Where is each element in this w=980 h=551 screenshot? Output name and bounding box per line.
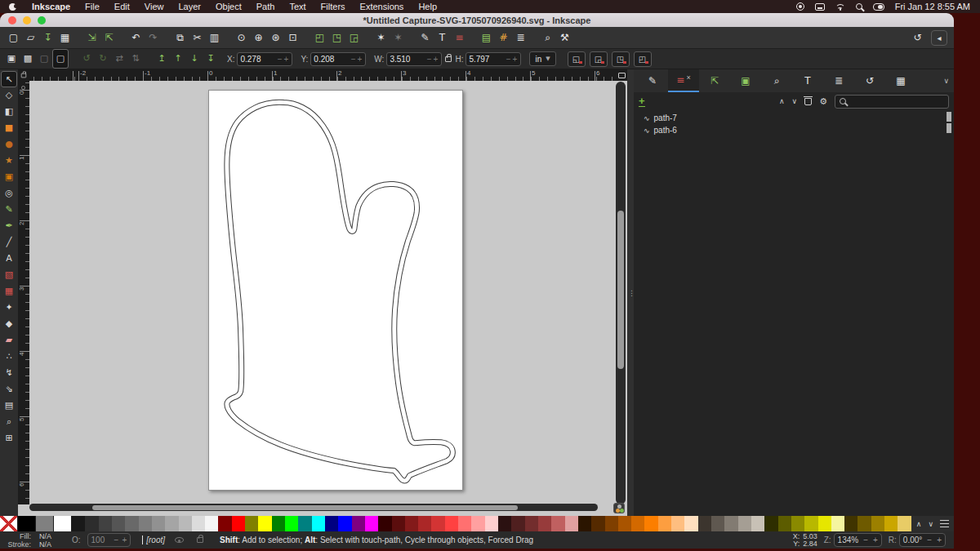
move-down-button[interactable]: ∨ xyxy=(792,97,798,105)
horizontal-scrollbar-thumb[interactable] xyxy=(92,505,518,510)
tool-measure[interactable]: ▤ xyxy=(1,398,17,414)
opacity-increment-button[interactable]: + xyxy=(122,535,127,544)
tool-eraser[interactable]: ▰ xyxy=(1,332,17,349)
x-field[interactable]: 0.278 − + xyxy=(237,52,292,66)
menu-help[interactable]: Help xyxy=(411,0,444,13)
palette-swatch[interactable] xyxy=(338,516,351,531)
menu-object[interactable]: Object xyxy=(208,0,249,13)
vertical-ruler[interactable]: 0123456 xyxy=(18,81,29,504)
h-increment-button[interactable]: + xyxy=(512,55,519,64)
stroke-to-path-button[interactable]: ✶ xyxy=(390,27,407,48)
w-increment-button[interactable]: + xyxy=(433,55,439,64)
control-center-icon[interactable] xyxy=(873,3,884,11)
palette-swatch[interactable] xyxy=(644,516,657,531)
user-menu-icon[interactable] xyxy=(796,2,804,11)
tool-spiral[interactable]: ◎ xyxy=(1,185,17,202)
zoom-decrement-button[interactable]: − xyxy=(863,535,868,544)
transform-gradient-toggle[interactable]: ◳ xyxy=(612,51,630,67)
redo-button[interactable]: ↷ xyxy=(145,27,162,48)
palette-swatch[interactable] xyxy=(125,516,138,531)
horizontal-ruler[interactable]: -2-10123456 xyxy=(29,69,616,81)
palette-swatch[interactable] xyxy=(152,516,165,531)
opacity-decrement-button[interactable]: − xyxy=(114,535,119,544)
swatch-white[interactable] xyxy=(54,516,72,531)
paste-button[interactable]: ▥ xyxy=(206,27,223,48)
tab-text-font[interactable]: T × xyxy=(792,69,823,92)
import-button[interactable]: ⇲ xyxy=(83,27,100,48)
quick-zoom-button[interactable] xyxy=(616,69,627,81)
palette-swatch[interactable] xyxy=(884,516,898,531)
tool-ellipse[interactable]: ● xyxy=(1,136,17,153)
palette-swatch[interactable] xyxy=(245,516,258,531)
delete-object-button[interactable] xyxy=(804,98,812,105)
palette-swatch[interactable] xyxy=(818,516,831,531)
flip-horizontal-button[interactable]: ⇄ xyxy=(111,50,127,68)
palette-swatch[interactable] xyxy=(285,516,298,531)
scale-stroke-toggle[interactable]: ◱ xyxy=(568,51,586,67)
move-up-button[interactable]: ∧ xyxy=(779,97,785,105)
object-row-path-7[interactable]: ∿ path-7 xyxy=(634,112,946,124)
tool-connector[interactable]: ⇘ xyxy=(1,381,17,398)
palette-swatch[interactable] xyxy=(525,516,538,531)
palette-scroll-down-icon[interactable]: ∨ xyxy=(928,520,933,528)
palette-swatch[interactable] xyxy=(778,516,791,531)
palette-swatch[interactable] xyxy=(99,516,112,531)
deselect-button[interactable]: ▢ xyxy=(36,50,52,68)
tool-tweak[interactable]: ↯ xyxy=(1,365,17,381)
swatch-black[interactable] xyxy=(18,516,36,531)
w-decrement-button[interactable]: − xyxy=(426,55,433,64)
tool-paint-bucket[interactable]: ◆ xyxy=(1,316,17,332)
tool-gradient[interactable]: ▧ xyxy=(1,267,17,283)
palette-swatch[interactable] xyxy=(498,516,511,531)
document-properties-button[interactable]: ▤ xyxy=(478,27,495,48)
units-dropdown[interactable]: in ▼ xyxy=(529,51,555,66)
tool-zoom[interactable]: ⌕ xyxy=(1,414,17,430)
tool-spray[interactable]: ∴ xyxy=(1,349,17,365)
menu-filters[interactable]: Filters xyxy=(314,0,353,13)
text-dialog-button[interactable]: T xyxy=(434,27,451,48)
export-button[interactable]: ⇱ xyxy=(100,27,118,48)
palette-swatch[interactable] xyxy=(764,516,777,531)
palette-swatch[interactable] xyxy=(139,516,152,531)
find-replace-button[interactable]: ⌕ xyxy=(539,27,556,48)
palette-swatch[interactable] xyxy=(458,516,471,531)
horizontal-scrollbar[interactable] xyxy=(29,504,598,511)
y-decrement-button[interactable]: − xyxy=(350,55,357,64)
palette-swatch[interactable] xyxy=(471,516,484,531)
input-source-icon[interactable] xyxy=(815,3,825,11)
align-dialog-button[interactable]: ≣ xyxy=(512,27,529,48)
tab-align-distribute[interactable]: ≣ × xyxy=(823,69,854,92)
palette-swatch[interactable] xyxy=(711,516,724,531)
select-all-button[interactable]: ▣ xyxy=(3,50,20,68)
palette-swatch[interactable] xyxy=(698,516,711,531)
palette-swatch[interactable] xyxy=(325,516,338,531)
spotlight-search-icon[interactable] xyxy=(856,3,862,10)
palette-swatch[interactable] xyxy=(844,516,858,531)
tab-find[interactable]: ⌕ × xyxy=(761,69,792,92)
x-increment-button[interactable]: + xyxy=(283,55,290,64)
palette-swatch[interactable] xyxy=(898,516,911,531)
rotate-cw-button[interactable]: ↻ xyxy=(95,50,111,68)
palette-swatch[interactable] xyxy=(684,516,697,531)
tool-calligraphy[interactable]: ╱ xyxy=(1,234,17,251)
palette-swatch[interactable] xyxy=(352,516,365,531)
tab-trace-bitmap[interactable]: ▣ × xyxy=(730,69,761,92)
raise-button[interactable]: ↑ xyxy=(170,50,186,68)
color-management-icon[interactable] xyxy=(613,503,625,513)
palette-swatch[interactable] xyxy=(658,516,671,531)
palette-swatch[interactable] xyxy=(392,516,405,531)
tab-fill-stroke[interactable]: ✎ × xyxy=(637,69,668,92)
palette-swatch[interactable] xyxy=(85,516,98,531)
tool-rectangle[interactable]: ■ xyxy=(1,120,17,136)
vertical-scrollbar-thumb[interactable] xyxy=(617,211,624,369)
palette-swatch[interactable] xyxy=(418,516,431,531)
palette-swatch[interactable] xyxy=(272,516,285,531)
tool-bezier-pen[interactable]: ✒ xyxy=(1,218,17,234)
tool-pages[interactable]: ⊞ xyxy=(1,430,17,447)
palette-swatch[interactable] xyxy=(72,516,85,531)
guide-origin-icon[interactable] xyxy=(21,86,25,90)
palette-swatch[interactable] xyxy=(258,516,271,531)
fill-stroke-indicator[interactable]: Fill:N/A Stroke:N/A xyxy=(0,532,72,549)
settings-button[interactable]: ⚙ xyxy=(819,96,827,107)
pop-group-button[interactable]: ◲ xyxy=(345,27,363,48)
